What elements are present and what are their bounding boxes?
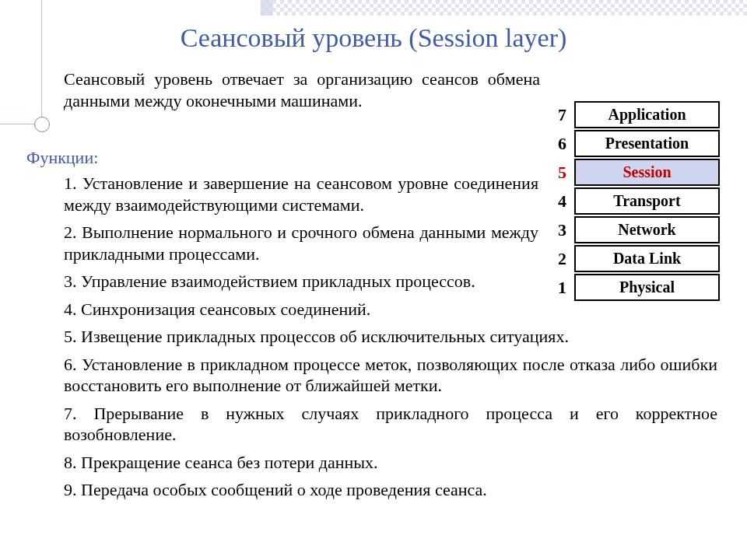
function-item-3: 3. Управление взаимодействием прикладных…	[64, 271, 538, 292]
osi-box-datalink: Data Link	[574, 245, 720, 272]
osi-num-4: 4	[545, 191, 566, 212]
osi-row-2: 2 Data Link	[545, 245, 720, 272]
decorative-top-border	[261, 0, 747, 16]
osi-num-1: 1	[545, 278, 566, 298]
osi-num-2: 2	[545, 249, 566, 269]
decorative-circle-icon	[34, 117, 50, 132]
osi-row-1: 1 Physical	[545, 274, 720, 301]
function-item-2: 2. Выполнение нормального и срочного обм…	[64, 222, 538, 264]
decorative-top-border-cap	[261, 0, 273, 16]
osi-box-session: Session	[574, 159, 720, 186]
osi-row-3: 3 Network	[545, 216, 720, 243]
osi-box-physical: Physical	[574, 274, 720, 301]
intro-text: Сеансовый уровень отвечает за организаци…	[64, 68, 540, 111]
osi-row-5: 5 Session	[545, 159, 720, 186]
function-item-6: 6. Установление в прикладном процессе ме…	[64, 354, 717, 397]
osi-box-application: Application	[574, 101, 720, 128]
osi-row-7: 7 Application	[545, 101, 720, 128]
osi-box-presentation: Presentation	[574, 130, 720, 157]
osi-num-3: 3	[545, 220, 566, 240]
osi-row-4: 4 Transport	[545, 187, 720, 215]
osi-num-7: 7	[545, 105, 566, 125]
slide-title: Сеансовый уровень (Session layer)	[0, 23, 747, 53]
decorative-line-vertical	[41, 0, 42, 117]
osi-layer-stack: 7 Application 6 Presentation 5 Session 4…	[545, 101, 720, 303]
osi-box-transport: Transport	[574, 187, 720, 215]
osi-num-6: 6	[545, 134, 566, 154]
function-item-1: 1. Установление и завершение на сеансово…	[64, 173, 538, 215]
decorative-line-horizontal	[0, 124, 34, 124]
function-item-9: 9. Передача особых сообщений о ходе пров…	[64, 479, 717, 501]
function-item-7: 7. Прерывание в нужных случаях прикладно…	[64, 403, 717, 446]
osi-row-6: 6 Presentation	[545, 130, 720, 157]
osi-num-5: 5	[545, 163, 566, 183]
functions-heading: Функции:	[26, 148, 98, 168]
osi-box-network: Network	[574, 216, 720, 243]
function-item-8: 8. Прекращение сеанса без потери данных.	[64, 452, 717, 474]
function-item-5: 5. Извещение прикладных процессов об иск…	[64, 326, 717, 348]
